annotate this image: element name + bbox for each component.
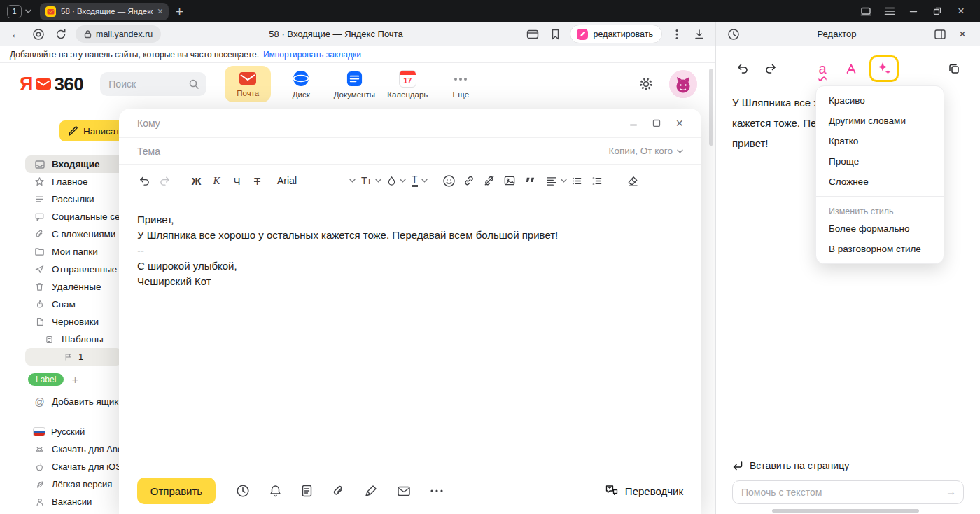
folder-templates[interactable]: Шаблоны <box>25 331 134 348</box>
flagged-filter[interactable]: 1 <box>25 348 122 366</box>
text-color-select[interactable]: Т <box>412 174 428 187</box>
collections-icon[interactable] <box>525 25 540 43</box>
folder-spam[interactable]: Спам <box>25 296 134 313</box>
new-tab-icon[interactable]: + <box>176 5 183 18</box>
menu-item-beautiful[interactable]: Красиво <box>816 90 944 111</box>
tab-list-button[interactable]: 1 <box>7 5 31 18</box>
light-version-link[interactable]: Лёгкая версия <box>25 475 134 493</box>
menu-item-complex[interactable]: Сложнее <box>816 172 944 192</box>
kebab-menu-icon[interactable] <box>669 25 685 43</box>
vacancies-link[interactable]: Вакансии <box>25 493 134 510</box>
search-icon[interactable] <box>188 78 200 90</box>
editor-redo-icon[interactable] <box>760 58 781 79</box>
reminder-bell-icon[interactable] <box>269 484 282 498</box>
link-icon[interactable] <box>459 170 479 191</box>
refresh-icon[interactable] <box>53 25 69 43</box>
folder-my-folders[interactable]: Мои папки <box>25 243 134 261</box>
font-select[interactable]: Arial <box>277 175 356 186</box>
window-close-icon[interactable]: × <box>949 0 973 22</box>
devices-icon[interactable] <box>854 0 878 22</box>
image-icon[interactable] <box>500 170 520 191</box>
undo-icon[interactable] <box>134 170 155 191</box>
attach-file-icon[interactable] <box>332 485 345 498</box>
download-android-link[interactable]: Скачать для Android <box>25 440 134 458</box>
folder-newsletters[interactable]: Рассылки <box>25 190 134 208</box>
menu-item-other-words[interactable]: Другими словами <box>816 111 944 131</box>
compose-close-icon[interactable]: × <box>676 117 683 130</box>
settings-gear-icon[interactable] <box>638 76 654 92</box>
prompt-input[interactable] <box>732 480 964 504</box>
service-disk[interactable]: Диск <box>278 66 324 102</box>
import-bookmarks-link[interactable]: Импортировать закладки <box>263 50 361 60</box>
menu-item-simpler[interactable]: Проще <box>816 151 944 172</box>
numbered-list-icon[interactable] <box>587 170 608 191</box>
yandex-360-logo[interactable]: Я 360 <box>20 74 83 95</box>
fill-color-select[interactable] <box>387 176 406 186</box>
bold-button[interactable]: Ж <box>186 170 206 191</box>
service-mail[interactable]: Почта <box>225 66 271 102</box>
translator-button[interactable]: Переводчик <box>605 484 683 498</box>
download-ios-link[interactable]: Скачать для iOS <box>25 458 134 475</box>
submit-arrow-icon[interactable]: → <box>946 485 956 497</box>
menu-item-brief[interactable]: Кратко <box>816 131 944 151</box>
editor-mode-button[interactable]: редактировать <box>570 25 662 43</box>
unlink-icon[interactable] <box>479 170 500 191</box>
message-body[interactable]: Привет, У Шляпника все хорошо у остальны… <box>119 197 701 468</box>
panel-close-icon[interactable]: × <box>955 25 970 43</box>
avatar[interactable] <box>669 70 697 98</box>
browser-menu-icon[interactable] <box>878 0 902 22</box>
bookmark-icon[interactable] <box>547 25 563 43</box>
attach-from-mail-icon[interactable] <box>397 485 411 497</box>
folder-inbox[interactable]: Входящие <box>25 155 134 173</box>
schedule-send-icon[interactable] <box>236 484 250 498</box>
strikethrough-button[interactable]: Т <box>247 170 267 191</box>
folder-drafts[interactable]: Черновики <box>25 313 134 331</box>
redo-icon[interactable] <box>155 170 175 191</box>
menu-item-conversational[interactable]: В разговорном стиле <box>816 239 944 259</box>
protect-icon[interactable] <box>31 25 46 43</box>
address-bar[interactable]: mail.yandex.ru <box>76 25 161 43</box>
to-field-row[interactable]: Кому × <box>119 109 701 138</box>
bullet-list-icon[interactable] <box>567 170 587 191</box>
service-more[interactable]: Ещё <box>438 66 484 102</box>
subject-field-row[interactable]: Тема Копии, От кого <box>119 138 701 165</box>
copy-icon[interactable] <box>944 58 965 79</box>
open-in-window-icon[interactable] <box>932 25 948 43</box>
more-options-icon[interactable] <box>430 489 444 493</box>
history-clock-icon[interactable] <box>726 25 741 43</box>
emoji-icon[interactable] <box>439 170 459 191</box>
download-icon[interactable] <box>692 25 707 43</box>
signature-pen-icon[interactable] <box>364 484 378 498</box>
vertical-scrollbar[interactable] <box>709 69 713 146</box>
compose-minimize-icon[interactable] <box>629 119 638 127</box>
folder-sent[interactable]: Отправленные <box>25 261 134 278</box>
back-icon[interactable]: ← <box>8 25 24 43</box>
notes-icon[interactable] <box>301 484 313 498</box>
restore-icon[interactable] <box>925 0 949 22</box>
menu-item-formal[interactable]: Более формально <box>816 218 944 239</box>
folder-attachments[interactable]: С вложениями <box>25 225 134 243</box>
quote-icon[interactable] <box>520 170 540 191</box>
browser-tab[interactable]: 58 · Входящие — Яндекс Почта × <box>40 3 169 20</box>
cc-from-toggle[interactable]: Копии, От кого <box>609 146 683 156</box>
service-calendar[interactable]: 17 Календарь <box>384 66 430 102</box>
language-link[interactable]: Русский <box>25 423 134 440</box>
clear-format-icon[interactable] <box>623 170 643 191</box>
editor-undo-icon[interactable] <box>732 58 753 79</box>
minimize-icon[interactable] <box>902 0 925 22</box>
add-mailbox-button[interactable]: @ Добавить ящик <box>25 393 134 410</box>
fix-errors-icon[interactable]: a <box>812 62 833 76</box>
service-documents[interactable]: Документы <box>331 66 377 102</box>
tab-close-icon[interactable]: × <box>158 6 163 16</box>
underline-button[interactable]: Ч <box>227 170 247 191</box>
send-button[interactable]: Отправить <box>137 478 216 504</box>
compose-expand-icon[interactable] <box>652 119 661 127</box>
horizontal-scrollbar[interactable] <box>772 509 919 513</box>
folder-priority[interactable]: Главное <box>25 173 134 190</box>
font-size-select[interactable]: Тт <box>361 175 382 186</box>
folder-trash[interactable]: Удалённые <box>25 278 134 296</box>
ai-rewrite-button[interactable] <box>869 55 899 82</box>
label-chip[interactable]: Label <box>28 373 64 386</box>
improve-text-icon[interactable] <box>841 62 862 76</box>
add-label-button[interactable]: + <box>71 374 78 386</box>
